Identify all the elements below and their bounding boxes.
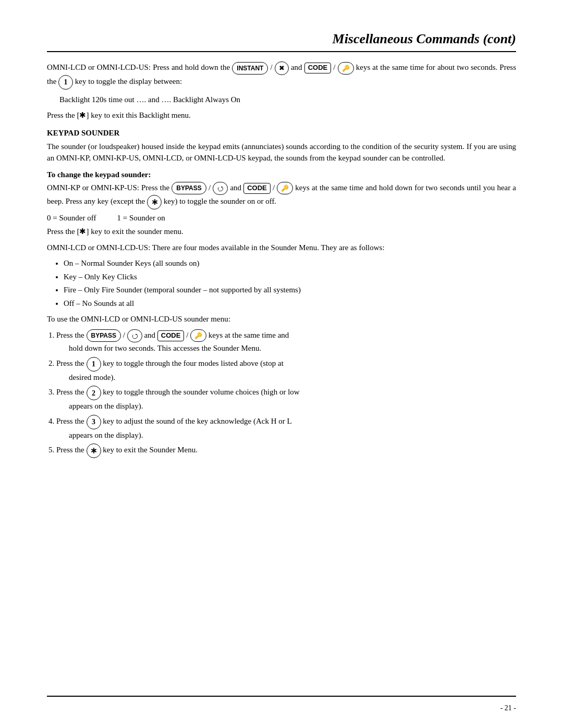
step4-text-c: appears on the display). (69, 431, 143, 439)
omni-kp-text-2: keys (295, 183, 310, 192)
lock-key-1: 🔑 (338, 62, 354, 75)
step-3: Press the 2 key to toggle through the so… (56, 386, 516, 412)
bypass-key-2: BYPASS (87, 329, 121, 342)
intro-text-3: key to toggle the display between: (75, 77, 182, 85)
step5-text-b: key to exit the Sounder Menu. (103, 446, 198, 454)
content-area: OMNI-LCD or OMNI-LCD-US: Press and hold … (47, 61, 516, 458)
omni-kp-text-5: key) to toggle the sounder on or off. (164, 197, 276, 205)
arrow-key-1: ⭯ (213, 182, 228, 195)
intro-text-1: OMNI-LCD or OMNI-LCD-US: Press and hold … (47, 63, 230, 71)
step3-text-c: appears on the display). (69, 402, 143, 410)
three-key: 3 (87, 415, 101, 429)
instant-key: INSTANT (232, 62, 268, 75)
step-4: Press the 3 key to adjust the sound of t… (56, 415, 516, 441)
one-key-2: 1 (87, 357, 101, 372)
code-key-3: CODE (157, 330, 185, 341)
omni-kp-text-4: key (except the (97, 197, 145, 205)
page: Miscellaneous Commands (cont) OMNI-LCD o… (0, 0, 563, 728)
sounder-modes-list: On – Normal Sounder Keys (all sounds on)… (64, 257, 516, 309)
to-change-heading: To change the keypad sounder: (47, 170, 516, 179)
two-key: 2 (87, 386, 101, 400)
step2-text-c: desired mode). (69, 373, 115, 381)
press-star-exit: Press the [✱] key to exit the sounder me… (47, 226, 516, 238)
lock-key-2: 🔑 (277, 182, 293, 194)
code-key-2: CODE (243, 183, 271, 194)
step-2: Press the 1 key to toggle through the fo… (56, 357, 516, 384)
page-number: - 21 - (500, 704, 516, 712)
step4-text-a: Press the (56, 417, 84, 425)
star-key-1: ∗ (147, 195, 162, 209)
to-use-text: To use the OMNI-LCD or OMNI-LCD-US sound… (47, 313, 516, 325)
step1-text-a: Press the (56, 331, 84, 339)
sounder-off-label: 0 = Sounder off (47, 214, 96, 223)
title-section: Miscellaneous Commands (cont) (47, 31, 516, 52)
keypad-sounder-desc: The sounder (or loudspeaker) housed insi… (47, 141, 516, 164)
step1-text-c: keys at the same time and (209, 331, 289, 339)
list-item-3: Fire – Only Fire Sounder (temporal sound… (64, 284, 516, 296)
step2-text-a: Press the (56, 359, 84, 367)
sounder-on-label: 1 = Sounder on (117, 214, 165, 223)
intro-paragraph: OMNI-LCD or OMNI-LCD-US: Press and hold … (47, 61, 516, 90)
omni-lcd-sounder: OMNI-LCD or OMNI-LCD-US: There are four … (47, 242, 516, 254)
step3-text-b: key to toggle through the sounder volume… (103, 388, 299, 396)
omni-kp-paragraph: OMNI-KP or OMNI-KP-US: Press the BYPASS … (47, 182, 516, 210)
arrow-key-2: ⭯ (127, 329, 142, 343)
step2-text-b: key to toggle through the four modes lis… (103, 359, 284, 367)
list-item-2: Key – Only Key Clicks (64, 271, 516, 283)
keypad-sounder-heading: KEYPAD SOUNDER (47, 129, 516, 138)
sounder-toggle-values: 0 = Sounder off 1 = Sounder on (47, 214, 516, 223)
step-1: Press the BYPASS / ⭯ and CODE / 🔑 keys a… (56, 329, 516, 354)
step4-text-b: key to adjust the sound of the key ackno… (103, 417, 291, 425)
step-5: Press the ∗ key to exit the Sounder Menu… (56, 443, 516, 458)
code-key-1: CODE (304, 63, 332, 73)
step1-text-d: hold down for two seconds. This accesses… (69, 344, 261, 352)
star-key-2: ∗ (87, 443, 101, 458)
mute-key: ✖ (275, 61, 289, 75)
step1-and: and (144, 331, 157, 339)
step5-text-a: Press the (56, 446, 84, 454)
steps-list: Press the BYPASS / ⭯ and CODE / 🔑 keys a… (56, 329, 516, 459)
backlight-block: Backlight 120s time out …. and …. Backli… (59, 94, 516, 106)
and-text-1: and (230, 183, 241, 192)
footer-line (47, 696, 516, 697)
one-key-1: 1 (58, 75, 73, 90)
backlight-line1: Backlight 120s time out …. and …. Backli… (59, 94, 516, 106)
bypass-key-1: BYPASS (172, 182, 206, 194)
list-item-1: On – Normal Sounder Keys (all sounds on) (64, 257, 516, 269)
list-item-4: Off – No Sounds at all (64, 298, 516, 310)
omni-kp-text-1: OMNI-KP or OMNI-KP-US: Press the (47, 183, 169, 192)
backlight-line2: Press the [✱] key to exit this Backlight… (47, 109, 516, 121)
step3-text-a: Press the (56, 388, 84, 396)
lock-key-3: 🔑 (190, 329, 206, 342)
page-title: Miscellaneous Commands (cont) (47, 31, 516, 47)
